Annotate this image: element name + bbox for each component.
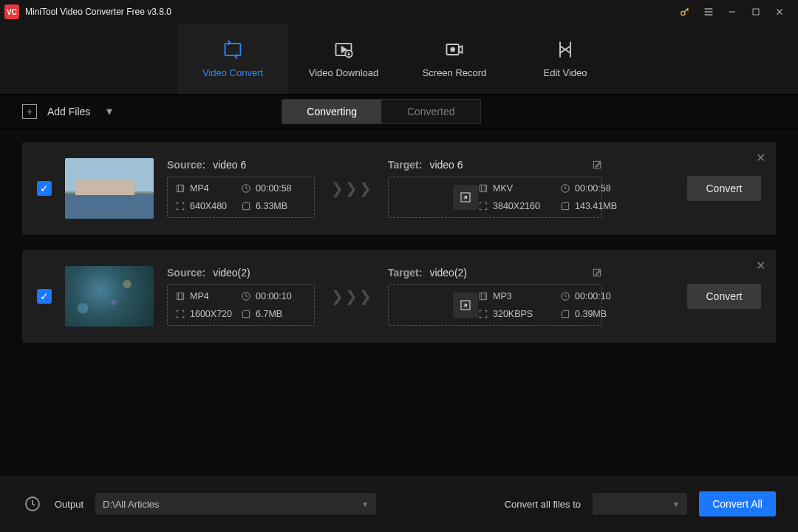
task-checkbox[interactable]: ✓ xyxy=(37,289,52,304)
maximize-icon[interactable] xyxy=(749,5,763,18)
tgt-resolution: 3840X2160 xyxy=(493,201,540,211)
resolution-icon xyxy=(478,201,488,211)
src-format: MP4 xyxy=(190,291,209,301)
tgt-size: 143.41MB xyxy=(575,201,617,211)
target-name: video 6 xyxy=(429,159,463,171)
tgt-duration: 00:00:10 xyxy=(575,291,611,301)
tab-screen-record[interactable]: Screen Record xyxy=(399,24,510,94)
task-row: ✓ Source: video(2) MP4 00:00:10 1600X720… xyxy=(22,250,776,343)
main-nav: Video Convert Video Download Screen Reco… xyxy=(0,24,798,95)
svg-rect-2 xyxy=(225,44,241,55)
target-settings-button[interactable] xyxy=(453,293,478,318)
clock-icon xyxy=(241,183,251,194)
plus-icon: + xyxy=(22,104,37,119)
convert-button[interactable]: Convert xyxy=(687,284,761,309)
tgt-duration: 00:00:58 xyxy=(575,183,611,194)
tgt-format: MP3 xyxy=(493,291,512,301)
chevron-down-icon: ▼ xyxy=(672,500,680,508)
resolution-icon xyxy=(175,309,185,319)
download-icon xyxy=(333,39,354,60)
output-path-select[interactable]: D:\All Articles ▼ xyxy=(95,493,376,515)
add-files-button[interactable]: + Add Files ▾ xyxy=(22,104,112,119)
task-row: ✓ Source: video 6 MP4 00:00:58 640X480 6… xyxy=(22,142,776,235)
remove-task-icon[interactable]: ✕ xyxy=(756,151,765,165)
source-meta: MP4 00:00:58 640X480 6.33MB xyxy=(167,177,315,218)
chevron-down-icon[interactable]: ▾ xyxy=(106,104,112,118)
film-icon xyxy=(478,291,488,301)
tab-converted[interactable]: Converted xyxy=(381,100,480,123)
chevron-down-icon: ▼ xyxy=(361,500,369,508)
arrow-icon: ❯❯❯ xyxy=(331,287,372,305)
convert-icon xyxy=(222,39,243,60)
source-label: Source: xyxy=(167,159,205,171)
resolution-icon xyxy=(478,309,488,319)
tgt-format: MKV xyxy=(493,183,513,194)
task-list: ✓ Source: video 6 MP4 00:00:58 640X480 6… xyxy=(0,129,798,356)
svg-rect-13 xyxy=(177,293,183,299)
source-label: Source: xyxy=(167,267,205,279)
src-size: 6.33MB xyxy=(256,201,287,211)
film-icon xyxy=(478,183,488,194)
edit-icon[interactable] xyxy=(592,267,602,278)
target-settings-button[interactable] xyxy=(453,185,478,210)
tab-video-convert[interactable]: Video Convert xyxy=(177,24,288,94)
target-format-select[interactable]: ▼ xyxy=(593,493,687,515)
app-logo: VC xyxy=(4,4,19,19)
add-files-label: Add Files xyxy=(47,106,90,117)
app-title: MiniTool Video Converter Free v3.8.0 xyxy=(25,7,678,17)
resolution-icon xyxy=(175,201,185,211)
clock-icon xyxy=(560,183,570,194)
footer: Output D:\All Articles ▼ Convert all fil… xyxy=(0,476,798,532)
target-label: Target: xyxy=(388,159,422,171)
titlebar: VC MiniTool Video Converter Free v3.8.0 xyxy=(0,0,798,24)
status-tabs: Converting Converted xyxy=(282,99,481,124)
close-icon[interactable] xyxy=(773,5,786,18)
source-name: video 6 xyxy=(213,159,246,171)
clock-icon xyxy=(241,291,251,301)
target-name: video(2) xyxy=(429,267,467,279)
src-size: 6.7MB xyxy=(256,309,282,319)
svg-rect-1 xyxy=(753,9,759,15)
tab-edit-video[interactable]: Edit Video xyxy=(510,24,621,94)
tab-converting[interactable]: Converting xyxy=(282,100,381,123)
key-icon[interactable] xyxy=(678,5,692,18)
size-icon xyxy=(560,201,570,211)
remove-task-icon[interactable]: ✕ xyxy=(756,259,765,273)
video-thumbnail[interactable] xyxy=(65,266,154,327)
history-icon[interactable] xyxy=(22,494,43,514)
output-path-value: D:\All Articles xyxy=(103,499,160,510)
video-thumbnail[interactable] xyxy=(65,158,154,219)
target-meta: MP3 00:00:10 320KBPS 0.39MB xyxy=(388,284,602,326)
src-resolution: 1600X720 xyxy=(190,309,232,319)
src-duration: 00:00:10 xyxy=(256,291,292,301)
nav-label: Video Download xyxy=(309,67,378,78)
minimize-icon[interactable] xyxy=(726,5,739,18)
tgt-resolution: 320KBPS xyxy=(493,309,533,319)
convert-all-button[interactable]: Convert All xyxy=(699,491,776,516)
edit-icon[interactable] xyxy=(592,160,602,170)
output-label: Output xyxy=(55,499,83,510)
size-icon xyxy=(241,309,251,319)
film-icon xyxy=(175,183,185,194)
target-meta: MKV 00:00:58 3840X2160 143.41MB xyxy=(388,177,602,218)
svg-point-6 xyxy=(451,48,454,52)
source-name: video(2) xyxy=(213,267,250,279)
size-icon xyxy=(241,201,251,211)
source-meta: MP4 00:00:10 1600X720 6.7MB xyxy=(167,284,315,326)
target-label: Target: xyxy=(388,267,422,279)
nav-label: Video Convert xyxy=(202,67,263,78)
nav-label: Screen Record xyxy=(423,67,487,78)
arrow-icon: ❯❯❯ xyxy=(331,180,372,197)
svg-rect-10 xyxy=(480,185,486,191)
nav-label: Edit Video xyxy=(543,67,587,78)
src-resolution: 640X480 xyxy=(190,201,227,211)
subbar: + Add Files ▾ Converting Converted xyxy=(0,95,798,129)
convert-all-label: Convert all files to xyxy=(505,499,581,510)
menu-icon[interactable] xyxy=(702,5,715,18)
src-duration: 00:00:58 xyxy=(256,183,292,194)
edit-video-icon xyxy=(555,39,576,60)
size-icon xyxy=(560,309,570,319)
convert-button[interactable]: Convert xyxy=(687,176,761,201)
task-checkbox[interactable]: ✓ xyxy=(37,181,52,196)
tab-video-download[interactable]: Video Download xyxy=(288,24,399,94)
